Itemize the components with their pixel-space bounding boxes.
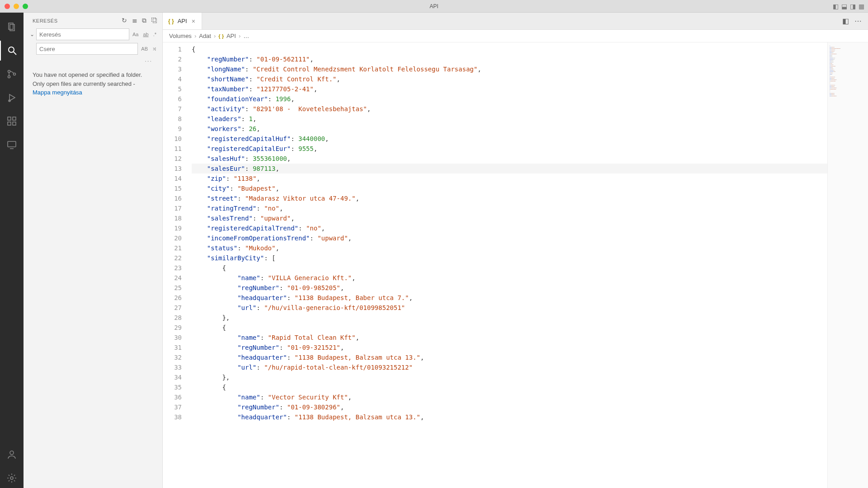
tab-api[interactable]: { } API × xyxy=(163,13,202,29)
svg-rect-11 xyxy=(8,122,11,125)
activity-extensions[interactable] xyxy=(0,111,24,131)
toggle-panel-icon[interactable]: ⬓ xyxy=(841,3,847,10)
window-title: API xyxy=(429,3,438,9)
activity-explorer[interactable] xyxy=(0,17,24,37)
json-file-icon: { } xyxy=(168,18,174,24)
titlebar: API ◧ ⬓ ◨ ▦ xyxy=(0,0,868,13)
activity-bar xyxy=(0,13,24,488)
minimize-window-button[interactable] xyxy=(14,4,19,9)
collapse-results-icon[interactable]: ⿻ xyxy=(151,17,158,24)
more-actions-icon[interactable]: ⋯ xyxy=(854,17,862,25)
svg-point-16 xyxy=(10,477,13,479)
activity-remote[interactable] xyxy=(0,135,24,155)
svg-rect-13 xyxy=(8,141,16,147)
minimap[interactable]: ▬▬▬▬▬▬▬▬▬▬▬▬▬▬▬▬▬▬▬▬▬▬▬▬▬▬▬▬▬▬▬▬▬▬▬▬▬▬▬▬… xyxy=(827,42,868,488)
match-case-icon[interactable]: Aa xyxy=(131,31,140,38)
activity-source-control[interactable] xyxy=(0,64,24,84)
sidebar-title: KERESÉS xyxy=(33,18,57,23)
replace-input[interactable] xyxy=(36,43,138,55)
replace-all-icon[interactable]: ⤭ xyxy=(151,45,158,53)
tab-label: API xyxy=(178,18,187,24)
sidebar-message: You have not opened or specified a folde… xyxy=(24,66,162,102)
activity-account[interactable] xyxy=(0,445,24,465)
activity-run-debug[interactable] xyxy=(0,88,24,108)
use-regex-icon[interactable]: .* xyxy=(152,31,158,38)
new-search-editor-icon[interactable]: ⧉ xyxy=(142,17,147,24)
svg-point-2 xyxy=(9,47,14,52)
svg-point-5 xyxy=(8,76,10,78)
svg-line-3 xyxy=(14,52,16,55)
activity-search[interactable] xyxy=(0,41,24,61)
customize-layout-icon[interactable]: ▦ xyxy=(859,3,864,10)
editor-area: { } API × ◧ ⋯ Volumes› Adat› { } API› … … xyxy=(163,13,868,488)
code-content[interactable]: { "regNumber": "01-09-562111", "longName… xyxy=(188,42,827,488)
toggle-secondary-sidebar-icon[interactable]: ◨ xyxy=(850,3,856,10)
open-folder-link[interactable]: Mappa megnyitása xyxy=(33,89,82,96)
svg-rect-12 xyxy=(13,122,16,125)
svg-point-15 xyxy=(10,451,14,455)
toggle-replace-chevron-icon[interactable]: ⌄ xyxy=(28,31,36,38)
toggle-search-details[interactable]: ··· xyxy=(28,57,158,66)
search-sidebar: KERESÉS ↻ ≣ ⧉ ⿻ ⌄ Aa ab .* xyxy=(24,13,163,488)
svg-rect-0 xyxy=(9,23,13,29)
activity-settings[interactable] xyxy=(0,468,24,488)
svg-point-4 xyxy=(8,70,10,73)
svg-rect-9 xyxy=(8,117,11,120)
clear-results-icon[interactable]: ≣ xyxy=(132,17,138,24)
breadcrumb[interactable]: Volumes› Adat› { } API› … xyxy=(163,30,868,42)
search-input[interactable] xyxy=(36,28,129,40)
preserve-case-icon[interactable]: AB xyxy=(140,45,149,53)
svg-rect-10 xyxy=(13,117,16,120)
split-editor-icon[interactable]: ◧ xyxy=(842,17,849,25)
close-window-button[interactable] xyxy=(5,4,10,9)
window-controls xyxy=(5,4,28,9)
code-editor[interactable]: 1234567891011121314151617181920212223242… xyxy=(163,42,827,488)
toggle-primary-sidebar-icon[interactable]: ◧ xyxy=(833,3,839,10)
editor-tabs: { } API × ◧ ⋯ xyxy=(163,13,868,30)
maximize-window-button[interactable] xyxy=(23,4,28,9)
match-whole-word-icon[interactable]: ab xyxy=(142,31,150,38)
line-number-gutter: 1234567891011121314151617181920212223242… xyxy=(163,42,188,488)
svg-rect-1 xyxy=(10,24,14,31)
refresh-icon[interactable]: ↻ xyxy=(122,17,127,24)
json-file-icon: { } xyxy=(218,33,224,39)
svg-point-6 xyxy=(14,73,16,75)
layout-controls: ◧ ⬓ ◨ ▦ xyxy=(833,3,864,10)
close-tab-icon[interactable]: × xyxy=(191,18,196,25)
